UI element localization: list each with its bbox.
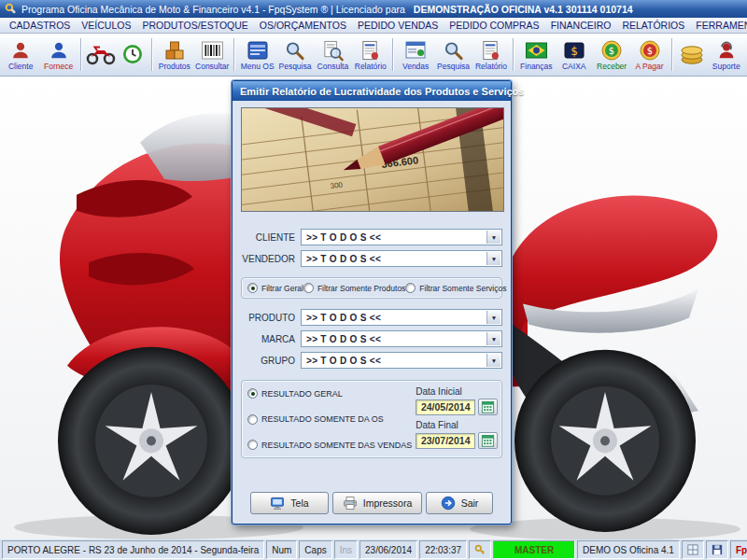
marca-row: MARCA >> T O D O S <<: [241, 330, 502, 347]
menu-item-os-orcamentos[interactable]: OS/ORÇAMENTOS: [254, 19, 352, 32]
status-key-cell: [469, 540, 491, 559]
data-inicial-calendar-button[interactable]: [478, 399, 498, 415]
toolbar-separator: [513, 38, 514, 71]
calendar-icon: [481, 400, 495, 413]
toolbar-button-caixa[interactable]: $ CAIXA: [556, 35, 593, 75]
menu-item-relatorios[interactable]: RELATÓRIOS: [616, 19, 690, 32]
toolbar-button-pesquisa-vendas[interactable]: Pesquisa: [434, 35, 472, 75]
toolbar-button-suporte[interactable]: Suporte: [708, 35, 745, 75]
chevron-down-icon[interactable]: [486, 311, 500, 324]
toolbar-button-produtos[interactable]: Produtos: [156, 35, 193, 75]
toolbar-button-clock[interactable]: [117, 35, 148, 75]
menu-os-icon: [247, 39, 269, 62]
marca-combobox[interactable]: >> T O D O S <<: [301, 330, 502, 347]
key-icon: [474, 544, 486, 555]
impressora-button[interactable]: Impressora: [332, 492, 422, 514]
radio-resultado-somente-os[interactable]: RESULTADO SOMENTE DA OS: [247, 414, 412, 425]
radio-dot: [247, 388, 258, 399]
radio-dot: [405, 283, 416, 293]
produto-combobox[interactable]: >> T O D O S <<: [301, 309, 502, 326]
radio-filtrar-somente-servicos[interactable]: Filtrar Somente Serviços: [405, 283, 506, 293]
status-time: 22:03:37: [419, 540, 467, 559]
dialog-title-bar[interactable]: Emitir Relatório de Lucratividade dos Pr…: [233, 81, 511, 101]
vendedor-combobox[interactable]: >> T O D O S <<: [301, 250, 502, 267]
result-groupbox: RESULTADO GERAL RESULTADO SOMENTE DA OS …: [241, 380, 502, 458]
toolbar-separator: [392, 38, 394, 71]
toolbar-button-vendas[interactable]: Vendas: [397, 35, 434, 75]
data-inicial-label: Data Inicial: [416, 386, 509, 397]
toolbar-button-fornecedor[interactable]: Fornece: [39, 35, 77, 75]
main-toolbar: Cliente Fornece Produtos Consultar: [0, 34, 747, 77]
radio-dot: [247, 440, 258, 450]
tela-button[interactable]: Tela: [250, 492, 329, 514]
grupo-combobox[interactable]: >> T O D O S <<: [301, 352, 502, 369]
chevron-down-icon[interactable]: [486, 354, 500, 367]
data-final-wrap: 23/07/2014: [416, 432, 509, 449]
produto-row: PRODUTO >> T O D O S <<: [241, 309, 502, 326]
window-title-bar[interactable]: Programa Oficina Mecânica de Moto & Fina…: [0, 0, 747, 18]
marca-label: MARCA: [241, 334, 301, 344]
toolbar-button-financas[interactable]: Finanças: [517, 35, 555, 75]
toolbar-button-receber[interactable]: $ Receber: [593, 35, 630, 75]
screen-icon: [270, 496, 285, 511]
data-final-input[interactable]: 23/07/2014: [416, 433, 475, 449]
status-disk-cell: [706, 540, 728, 559]
dialog-body: 300 366.600 300 CLIENTE >> T O D O S <<: [233, 101, 511, 524]
status-location: PORTO ALEGRE - RS 23 de Junho de 2014 - …: [2, 540, 264, 559]
products-icon: [163, 39, 186, 62]
status-num-lock: Num: [266, 540, 297, 559]
cliente-label: CLIENTE: [241, 232, 301, 243]
menu-bar: CADASTROS VEÍCULOS PRODUTOS/ESTOQUE OS/O…: [0, 18, 747, 34]
search-doc-icon: [322, 39, 344, 62]
chevron-down-icon[interactable]: [486, 231, 500, 244]
menu-item-veiculos[interactable]: VEÍCULOS: [76, 19, 136, 32]
chevron-down-icon[interactable]: [486, 332, 500, 345]
finance-flag-icon: [525, 39, 548, 62]
menu-item-ferramentas[interactable]: FERRAMENTAS: [690, 19, 747, 32]
data-final-calendar-button[interactable]: [478, 432, 498, 449]
data-final-label: Data Final: [416, 420, 509, 430]
chevron-down-icon[interactable]: [486, 252, 500, 265]
receive-coin-icon: $: [600, 39, 623, 62]
menu-item-cadastros[interactable]: CADASTROS: [4, 19, 76, 32]
toolbar-button-consultar[interactable]: Consultar: [193, 35, 231, 75]
lucratividade-dialog: Emitir Relatório de Lucratividade dos Pr…: [232, 80, 512, 525]
toolbar-button-relatorio-os[interactable]: Relatório: [352, 35, 389, 75]
window-title: Programa Oficina Mecânica de Moto & Fina…: [21, 4, 405, 15]
result-radios-column: RESULTADO GERAL RESULTADO SOMENTE DA OS …: [247, 385, 412, 453]
data-inicial-input[interactable]: 24/05/2014: [416, 399, 475, 415]
status-brand: FpqSystem: [730, 540, 747, 559]
radio-filtrar-somente-produtos[interactable]: Filtrar Somente Produtos: [303, 283, 405, 293]
report-icon: [480, 39, 501, 62]
clock-icon: [121, 43, 144, 65]
toolbar-separator: [671, 38, 673, 71]
vendedor-row: VENDEDOR >> T O D O S <<: [241, 250, 502, 267]
data-inicial-wrap: 24/05/2014: [416, 399, 509, 415]
toolbar-button-pesquisa-os[interactable]: Pesquisa: [276, 35, 314, 75]
grid-icon: [687, 544, 698, 555]
toolbar-button-consulta-os[interactable]: Consulta: [314, 35, 351, 75]
toolbar-button-moedas[interactable]: [676, 35, 708, 75]
menu-item-pedido-vendas[interactable]: PEDIDO VENDAS: [352, 19, 444, 32]
radio-filtrar-geral[interactable]: Filtrar Geral: [247, 283, 303, 293]
cliente-combobox[interactable]: >> T O D O S <<: [301, 229, 502, 245]
radio-resultado-geral[interactable]: RESULTADO GERAL: [247, 388, 412, 399]
toolbar-button-cliente[interactable]: Cliente: [2, 35, 39, 75]
license-text: DEMONSTRAÇÃO OFICINA v4.1 301114 010714: [414, 4, 633, 15]
radio-resultado-somente-vendas[interactable]: RESULTADO SOMENTE DAS VENDAS: [247, 440, 412, 450]
toolbar-button-a-pagar[interactable]: $ A Pagar: [630, 35, 668, 75]
dialog-button-row: Tela Impressora Sair: [241, 492, 502, 514]
status-date: 23/06/2014: [359, 540, 417, 559]
toolbar-button-relatorio-vendas[interactable]: Relatório: [472, 35, 510, 75]
toolbar-button-motorcycle[interactable]: [85, 35, 117, 75]
menu-item-financeiro[interactable]: FINANCEIRO: [545, 19, 617, 32]
status-user-badge: MASTER: [493, 540, 575, 559]
sair-button[interactable]: Sair: [426, 492, 493, 514]
filter-groupbox: Filtrar Geral Filtrar Somente Produtos F…: [241, 277, 502, 299]
printer-icon: [343, 496, 358, 511]
menu-item-pedido-compras[interactable]: PEDIDO COMPRAS: [444, 19, 544, 32]
calendar-icon: [481, 434, 495, 447]
toolbar-button-menu-os[interactable]: Menu OS: [238, 35, 275, 75]
menu-item-produtos-estoque[interactable]: PRODUTOS/ESTOQUE: [136, 19, 253, 32]
radio-dot: [303, 283, 314, 293]
